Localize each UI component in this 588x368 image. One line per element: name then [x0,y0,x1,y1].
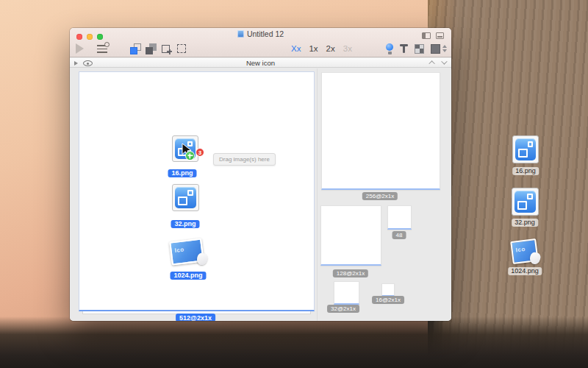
layer-stack-button[interactable] [146,43,157,54]
right-tools-group [386,40,447,57]
pen-curl-icon [196,252,208,266]
desktop-file-1024[interactable]: Ico [510,237,542,266]
icon-set-title: New icon [70,59,451,67]
desktop: { "window": { "title": "Untitled 12", "t… [0,0,588,368]
wallpaper-ground [0,316,588,368]
desktop-pen-curl-icon [528,252,541,266]
slot-48[interactable] [387,205,412,230]
drop-hint-tooltip: Drag image(s) here [213,153,276,166]
layer-blue-button[interactable] [130,43,141,54]
checkerboard-icon[interactable] [415,44,424,54]
slot-128[interactable] [320,205,381,266]
icon-header-bar: New icon [70,58,451,68]
task-list-button[interactable] [97,40,107,57]
editor-content: 16.png 3 Drag image(s) here 32.png Ico 1… [70,68,451,321]
scale-option-xx[interactable]: Xx [291,44,301,53]
slot-32[interactable] [334,281,359,305]
lightbulb-icon[interactable] [386,43,393,54]
dragged-file-1024-label: 1024.png [170,272,206,280]
dragged-file-1024[interactable]: Ico [169,237,209,266]
scale-option-1x[interactable]: 1x [309,44,318,53]
slot-48-label: 48 [392,231,406,239]
square-add-button[interactable] [161,43,172,54]
desktop-png-16-icon [515,138,536,160]
popup-chevrons-icon [442,45,447,52]
document-proxy-icon[interactable] [237,30,244,38]
png-32-icon [175,187,196,208]
slot-512-label: 512@2x1x [176,314,215,321]
export-icon[interactable] [436,32,444,39]
panel-divider [317,68,318,321]
titlebar: Untitled 12 Xx 1x 2x 3x [70,28,451,57]
sidebar-toggle-icon[interactable] [422,32,431,39]
drag-plus-badge-icon [185,151,195,160]
scale-selector: Xx 1x 2x 3x [291,40,352,57]
desktop-png-32-icon [514,191,536,213]
square-dashed-button[interactable] [176,43,187,54]
drag-count-badge: 3 [196,148,204,157]
slot-16-label: 16@2x1x [372,296,404,304]
play-button[interactable] [76,40,84,57]
window-title-group: Untitled 12 [70,29,451,38]
window-title: Untitled 12 [247,29,284,38]
app-window: Untitled 12 Xx 1x 2x 3x [70,28,451,321]
desktop-file-1024-label: 1024.png [508,267,542,275]
dragged-file-16-label: 16.png [168,169,196,177]
texture-popup-button[interactable] [431,40,447,57]
dragged-file-32[interactable] [172,184,199,211]
slot-256-label: 256@2x1x [362,192,398,200]
slot-16[interactable] [381,283,395,297]
wallpaper-cliff [428,0,588,368]
desktop-file-16[interactable] [512,135,539,163]
scale-option-3x[interactable]: 3x [343,44,352,53]
desktop-file-32[interactable] [512,188,539,216]
desktop-file-32-label: 32.png [512,219,538,227]
slot-32-label: 32@2x1x [327,305,359,313]
slot-128-label: 128@2x1x [333,269,368,277]
pin-icon[interactable] [400,44,408,53]
texture-swatch-icon [431,44,440,54]
slot-256[interactable] [321,72,440,190]
slot-512-canvas[interactable]: 16.png 3 Drag image(s) here 32.png Ico 1… [79,71,315,311]
layer-tools-group [130,40,187,57]
scale-option-2x[interactable]: 2x [326,44,335,53]
desktop-file-16-label: 16.png [512,167,539,175]
task-list-icon [97,45,107,53]
play-icon [76,43,84,54]
dragged-file-32-label: 32.png [171,220,199,228]
